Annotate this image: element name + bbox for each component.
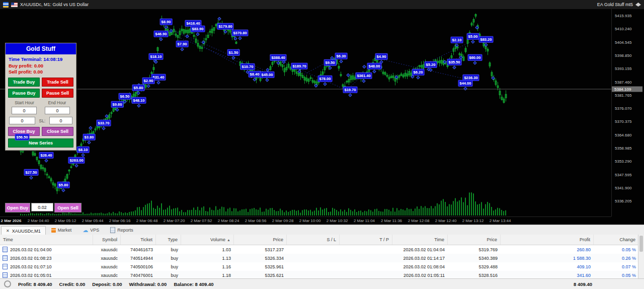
price-tick: 5398.850: [615, 53, 631, 57]
col-header-profit[interactable]: Profit: [501, 235, 594, 245]
cell-price: 5325.961: [234, 264, 287, 269]
price-label-badge: $78.00: [318, 76, 333, 82]
total-profit: 8 409.40: [574, 281, 592, 287]
tab-reports[interactable]: Reports: [105, 225, 139, 235]
table-row[interactable]: 2026.03.02 01:04:00xauusdc740461673buy1.…: [0, 245, 644, 254]
time-tick: 2 Mar 12:40: [435, 219, 457, 223]
price-label-badge: $45.00: [260, 71, 275, 78]
price-label-badge: $2.90: [142, 78, 155, 84]
vps-cloud-icon: ☁: [83, 228, 88, 233]
close-tab-icon[interactable]: ✕: [6, 229, 10, 233]
lot-size-input[interactable]: [31, 203, 53, 211]
open-sell-button[interactable]: Open Sell: [54, 203, 82, 212]
price-label-badge: $19.70: [343, 87, 358, 93]
order-icon: [3, 264, 8, 269]
cell-profit: 341.60: [501, 273, 594, 278]
time-tick: 2 Mar 12:08: [408, 219, 430, 223]
time-axis[interactable]: 2 Mar 20262 Mar 04:402 Mar 05:122 Mar 05…: [0, 216, 611, 225]
time-tick: 2 Mar 08:24: [218, 219, 239, 223]
cell-symbol: xauusdc: [93, 264, 121, 269]
profit-summary: Profit: 8 409.40: [18, 281, 52, 287]
col-header-time[interactable]: Time: [392, 235, 448, 245]
price-scale[interactable]: 5384.109 5415.9355410.2405404.5455398.85…: [611, 9, 644, 216]
price-label-badge: $189.70: [291, 63, 307, 69]
col-header-sl[interactable]: S / L: [287, 235, 340, 245]
tab-vps[interactable]: ☁ VPS: [77, 225, 105, 235]
price-chart[interactable]: [0, 9, 611, 216]
price-label-badge: $46.90: [154, 31, 169, 37]
table-row[interactable]: 2026.03.02 01:08:23xauusdc740514944buy1.…: [0, 254, 644, 262]
trade-buy-button[interactable]: Trade Buy: [8, 78, 40, 87]
cell-volume: 1.03: [181, 247, 234, 252]
pause-sell-button[interactable]: Pause Sell: [42, 89, 73, 98]
trade-sell-button[interactable]: Trade Sell: [42, 78, 73, 87]
symbol-flag-icon: [11, 3, 18, 7]
cell-volume: 1.18: [181, 273, 234, 278]
col-header-symbol[interactable]: Symbol: [93, 235, 121, 245]
time-tick: 2 Mar 10:32: [327, 219, 348, 223]
balance-summary: Balance: 8 409.40: [174, 281, 213, 287]
window-title: XAUUSDc, M1: Gold vs US Dollar: [20, 2, 89, 7]
cell-change: 0.05 %: [594, 273, 639, 278]
tab-market-label: Market: [58, 228, 72, 233]
table-header: TimeSymbolTicketTypeVolume▲PriceS / LT /…: [0, 235, 644, 245]
price-label-badge: $4.90: [375, 53, 388, 60]
end-hour-input[interactable]: [45, 107, 70, 114]
mt5-window: XAUUSDc, M1: Gold vs US Dollar EA Gold S…: [0, 0, 644, 289]
col-header-volume[interactable]: Volume▲: [181, 235, 234, 245]
cell-type: buy: [156, 247, 181, 252]
panel-title: Gold Stuff: [6, 43, 76, 54]
time-tick: 2 Mar 06:16: [109, 219, 131, 223]
tab-market[interactable]: Market: [46, 225, 77, 235]
cell-price2: 5329.488: [448, 264, 501, 269]
price-label-badge: $26.40: [39, 152, 54, 159]
close-sell-button[interactable]: Close Sell: [42, 127, 73, 136]
price-label-badge: $263.00: [68, 157, 85, 164]
start-hour-input[interactable]: [12, 107, 37, 114]
col-header-tp[interactable]: T / P: [340, 235, 392, 245]
scrollbar-thumb[interactable]: [639, 236, 643, 252]
table-scrollbar[interactable]: [638, 235, 644, 279]
summary-icon: [4, 280, 11, 287]
col-header-ticket[interactable]: Ticket: [121, 235, 156, 245]
cell-ticket: 740514944: [121, 256, 156, 261]
price-label-badge: $18.10: [149, 53, 164, 60]
open-buy-button[interactable]: Open Buy: [5, 203, 30, 212]
tp-input[interactable]: [9, 117, 35, 124]
time-tick: 2 Mar 07:52: [191, 219, 212, 223]
price-label-badge: $6.30: [335, 53, 348, 59]
sl-input[interactable]: [49, 117, 72, 124]
price-label-badge: $370.80: [231, 30, 248, 36]
price-label-badge: $6.20: [412, 69, 425, 76]
col-header-price[interactable]: Price: [448, 235, 501, 245]
credit-summary: Credit: 0.00: [59, 281, 86, 287]
cell-type: buy: [156, 264, 181, 269]
table-row[interactable]: 2026.03.02 01:07:10xauusdc740500106buy1.…: [0, 262, 644, 271]
cell-price2: 5319.769: [448, 247, 501, 252]
cell-price: 5317.237: [234, 247, 287, 252]
chart-tab[interactable]: ✕ XAUUSDc,M1: [1, 226, 46, 235]
history-table: TimeSymbolTicketTypeVolume▲PriceS / LT /…: [0, 235, 644, 279]
end-hour-label: End Hour: [41, 100, 73, 105]
time-tick: 2 Mar 11:04: [354, 219, 375, 223]
time-terminal-label: Time Terminal: 14:08:19: [9, 56, 73, 62]
col-header-change[interactable]: Change: [594, 235, 639, 245]
time-tick: 2 Mar 2026: [1, 219, 22, 223]
col-header-price[interactable]: Price: [234, 235, 287, 245]
market-icon: [51, 228, 56, 233]
titlebar: XAUUSDc, M1: Gold vs US Dollar EA Gold S…: [0, 0, 644, 9]
cell-time2: 2026.03.02 01:14:17: [392, 256, 448, 261]
price-tick: 5370.375: [615, 119, 631, 124]
cell-change: 0.07 %: [594, 264, 639, 269]
price-label-badge: $1.50: [227, 49, 240, 56]
pause-buy-button[interactable]: Pause Buy: [8, 89, 40, 98]
time-tick: 2 Mar 05:44: [82, 219, 104, 223]
col-header-time[interactable]: Time: [0, 235, 93, 245]
price-tick: 5387.460: [615, 80, 631, 84]
price-label-badge: $3.80: [83, 134, 96, 140]
price-label-badge: $8.40: [249, 71, 261, 78]
trade-diamonds: [21, 17, 495, 192]
current-price-tag: 5384.109: [612, 87, 642, 92]
price-tick: 5341.900: [615, 185, 631, 190]
col-header-type[interactable]: Type: [156, 235, 181, 245]
